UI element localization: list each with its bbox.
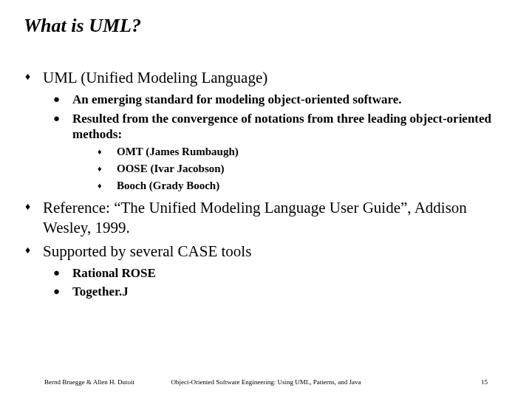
diamond-icon: ♦ <box>24 242 43 259</box>
bullet-reference: ♦ Reference: “The Unified Modeling Langu… <box>24 198 510 237</box>
slide-title: What is UML? <box>0 15 532 37</box>
round-icon: ● <box>53 284 72 299</box>
subbullet-convergence: ● Resulted from the convergence of notat… <box>53 111 510 143</box>
round-icon: ● <box>53 92 72 106</box>
subbullet-text: Resulted from the convergence of notatio… <box>72 111 510 143</box>
subbullet-text: An emerging standard for modeling object… <box>72 92 402 107</box>
diamond-icon: ♦ <box>24 198 43 216</box>
subbullet-standard: ● An emerging standard for modeling obje… <box>53 92 510 107</box>
footer-page-number: 15 <box>481 378 488 386</box>
subbullet-togetherj: ● Together.J <box>53 284 510 299</box>
diamond-small-icon: ♦ <box>98 179 117 192</box>
diamond-small-icon: ♦ <box>98 145 117 158</box>
bullet-uml: ♦ UML (Unified Modeling Language) <box>24 68 510 87</box>
subbullet-rose: ● Rational ROSE <box>53 265 510 281</box>
slide-footer: Bernd Bruegge & Allen H. Dutoit Object-O… <box>0 378 532 386</box>
bullet-text: UML (Unified Modeling Language) <box>43 68 267 87</box>
method-booch: ♦ Booch (Grady Booch) <box>98 179 510 193</box>
method-text: Booch (Grady Booch) <box>117 179 219 193</box>
subbullet-text: Rational ROSE <box>72 265 156 281</box>
subbullet-text: Together.J <box>72 284 129 299</box>
round-icon: ● <box>53 265 72 280</box>
method-text: OMT (James Rumbaugh) <box>117 145 239 159</box>
round-icon: ● <box>53 111 72 126</box>
bullet-text: Reference: “The Unified Modeling Languag… <box>43 198 510 237</box>
method-oose: ♦ OOSE (Ivar Jacobson) <box>98 162 510 176</box>
bullet-case: ♦ Supported by several CASE tools <box>24 242 510 261</box>
diamond-icon: ♦ <box>24 68 43 86</box>
footer-book-title: Object-Oriented Software Engineering: Us… <box>171 378 361 386</box>
diamond-small-icon: ♦ <box>98 162 117 175</box>
slide-body: ♦ UML (Unified Modeling Language) ● An e… <box>0 68 532 300</box>
method-omt: ♦ OMT (James Rumbaugh) <box>98 145 510 159</box>
method-text: OOSE (Ivar Jacobson) <box>117 162 225 176</box>
bullet-text: Supported by several CASE tools <box>43 242 251 261</box>
footer-authors: Bernd Bruegge & Allen H. Dutoit <box>44 378 134 386</box>
